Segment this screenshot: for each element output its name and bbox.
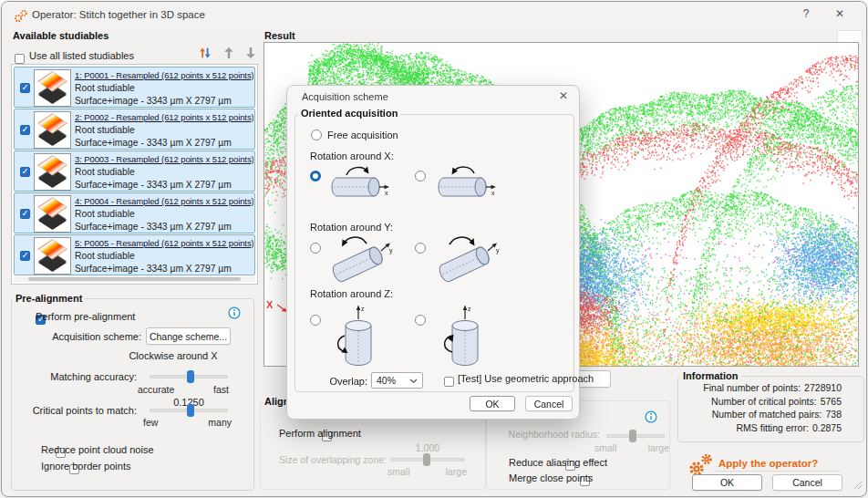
studiable-item[interactable]: 3: P0003 - Resampled (612 points x 512 p… — [14, 150, 255, 192]
information-value: 0.2875 — [812, 422, 842, 433]
studiable-title[interactable]: 4: P0004 - Resampled (612 points x 512 p… — [75, 196, 253, 206]
resize-grip[interactable] — [853, 477, 863, 493]
rotation-z-cw-icon: z — [334, 302, 383, 375]
rotation-z-ccw-radio[interactable] — [415, 315, 426, 326]
information-header: Information — [680, 370, 741, 381]
perform-prealignment-label: Perform pre-alignment — [36, 311, 135, 322]
svg-text:x: x — [491, 190, 495, 196]
studiable-thumbnail — [34, 237, 71, 275]
overlap-zone-slider[interactable] — [390, 453, 465, 466]
list-hscrollbar[interactable] — [14, 276, 255, 282]
svg-text:z: z — [361, 306, 365, 312]
studiable-checkbox[interactable] — [20, 167, 30, 177]
matching-min-label: accurate — [138, 384, 174, 395]
studiable-title[interactable]: 3: P0003 - Resampled (612 points x 512 p… — [75, 154, 253, 164]
studiable-checkbox[interactable] — [20, 125, 30, 135]
rotation-z-ccw-icon: z — [440, 302, 490, 375]
studiable-title[interactable]: 2: P0002 - Resampled (612 points x 512 p… — [75, 112, 253, 122]
title-bar: Operator: Stitch together in 3D space ? … — [2, 2, 866, 29]
acquisition-scheme-dialog: Acquisition scheme ✕ Oriented acquisitio… — [286, 85, 580, 420]
critical-points-label: Critical points to match: — [18, 405, 137, 416]
rotation-x-cw-radio[interactable] — [310, 171, 321, 182]
sort-up-icon[interactable] — [218, 44, 239, 61]
studiable-checkbox[interactable] — [20, 209, 30, 219]
rotation-z-cw-radio[interactable] — [310, 315, 321, 326]
test-geometric-label: [Test] Use geometric approach — [458, 373, 594, 384]
dialog-cancel-button[interactable]: Cancel — [525, 396, 573, 411]
rotation-x-label: Rotation around X: — [310, 150, 394, 161]
matching-accuracy-label: Matching accuracy: — [29, 371, 137, 382]
studiable-item[interactable]: 2: P0002 - Resampled (612 points x 512 p… — [14, 109, 255, 150]
operator-ok-button[interactable]: OK — [692, 474, 762, 491]
perform-alignment-label: Perform alignment — [279, 428, 361, 439]
studiable-item[interactable]: 5: P0005 - Resampled (612 points x 512 p… — [14, 234, 255, 275]
studiable-title[interactable]: 1: P0001 - Resampled (612 points x 512 p… — [75, 70, 253, 80]
merge-close-label: Merge close points — [509, 472, 593, 483]
svg-text:y: y — [496, 247, 500, 254]
apply-operator-label: Apply the operator? — [718, 458, 818, 469]
reduce-noise-label: Reduce point cloud noise — [41, 444, 154, 455]
information-row: Number of matched pairs:738 — [686, 408, 842, 421]
neighborhood-radius-slider[interactable] — [606, 430, 665, 442]
neighborhood-radius-label: Neighborhood radius: — [494, 429, 600, 440]
neighborhood-max: large — [648, 442, 669, 453]
overlap-value: 40% — [377, 375, 396, 386]
sort-updown-icon[interactable] — [194, 44, 215, 61]
test-geometric-checkbox[interactable] — [444, 377, 454, 387]
studiable-checkbox[interactable] — [20, 83, 30, 93]
use-all-checkbox[interactable] — [15, 54, 25, 64]
information-value: 2728910 — [804, 382, 842, 393]
chevron-down-icon — [409, 375, 418, 386]
free-acquisition-radio[interactable] — [311, 130, 322, 140]
reduce-aliasing-label: Reduce aliasing effect — [509, 457, 607, 468]
information-row: RMS fitting error:0.2875 — [686, 421, 842, 435]
information-label: Number of critical points: — [711, 396, 817, 407]
dialog-ok-button[interactable]: OK — [470, 396, 515, 411]
studiables-header: Available studiables — [13, 30, 108, 41]
operator-cancel-button[interactable]: Cancel — [772, 474, 842, 491]
sort-down-icon[interactable] — [240, 44, 261, 61]
result-header: Result — [264, 30, 295, 41]
svg-text:y: y — [389, 247, 393, 254]
studiable-thumbnail — [34, 153, 71, 191]
change-scheme-button[interactable]: Change scheme... — [146, 327, 231, 345]
information-value: 738 — [825, 409, 842, 420]
critical-max-label: many — [208, 417, 232, 428]
use-all-label: Use all listed studiables — [29, 50, 134, 61]
studiable-dims: Surface+image - 3343 µm X 2797 µm — [75, 138, 232, 148]
rotation-y-label: Rotation around Y: — [310, 222, 393, 233]
prealignment-info-icon[interactable] — [228, 306, 241, 323]
matching-accuracy-slider[interactable] — [150, 370, 228, 383]
apply-divider — [716, 471, 841, 472]
information-label: RMS fitting error: — [737, 422, 809, 433]
studiable-type: Root studiable — [75, 251, 135, 261]
studiable-type: Root studiable — [75, 167, 135, 177]
rotation-y-cw-radio[interactable] — [310, 243, 321, 254]
dialog-close-icon[interactable]: ✕ — [559, 89, 568, 102]
help-button[interactable]: ? — [796, 7, 816, 24]
studiable-item[interactable]: 1: P0001 - Resampled (612 points x 512 p… — [14, 67, 255, 108]
studiable-dims: Surface+image - 3343 µm X 2797 µm — [75, 222, 232, 232]
matching-max-label: fast — [213, 384, 229, 395]
hscrollbar-thumb[interactable] — [28, 277, 241, 281]
studiable-title[interactable]: 5: P0005 - Resampled (612 points x 512 p… — [75, 238, 253, 248]
oriented-acquisition-title: Oriented acquisition — [298, 108, 400, 119]
studiable-thumbnail — [34, 195, 71, 233]
critical-points-slider[interactable] — [150, 404, 228, 417]
overlap-label: Overlap: — [313, 376, 367, 387]
dialog-title: Acquisition scheme — [302, 91, 388, 102]
overlap-select[interactable]: 40% — [371, 372, 423, 389]
studiable-checkbox[interactable] — [20, 251, 30, 261]
rotation-y-ccw-icon: y — [431, 233, 502, 289]
information-row: Number of critical points:5765 — [686, 395, 842, 409]
rotation-x-ccw-icon: x — [433, 163, 499, 213]
rotation-y-ccw-radio[interactable] — [415, 243, 426, 254]
overlap-zone-min: small — [388, 466, 410, 477]
studiable-item[interactable]: 4: P0004 - Resampled (612 points x 512 p… — [14, 192, 255, 233]
information-label: Final number of points: — [703, 382, 801, 393]
close-icon[interactable]: ✕ — [830, 7, 850, 24]
rotation-x-ccw-radio[interactable] — [415, 171, 426, 182]
scheme-value: Clockwise around X — [123, 350, 223, 361]
studiable-thumbnail — [34, 111, 71, 149]
post-processing-info-icon[interactable] — [645, 410, 657, 427]
